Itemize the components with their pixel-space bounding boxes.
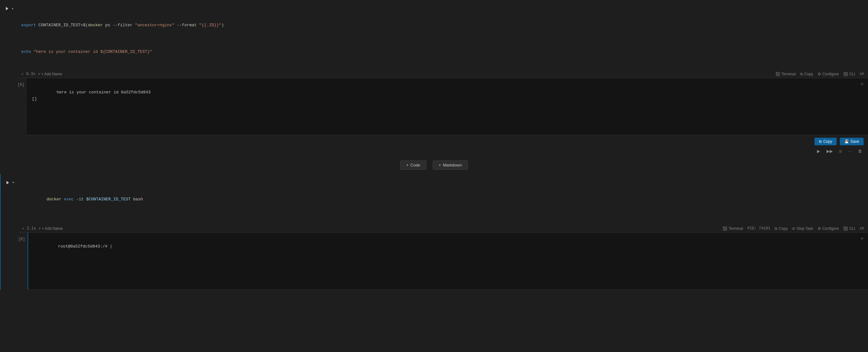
cell-2-toolbar: ✓ 2.1s + + Add Name ⬛ Terminal PID: 7419…	[18, 225, 868, 233]
add-cell-row: + Code + Markdown	[0, 156, 868, 174]
copy-blue-icon: ⧉	[819, 139, 822, 144]
cell-2-terminal-icon: ⬛	[722, 226, 727, 231]
cell-2-check-icon: ✓	[22, 226, 24, 231]
cell-2-gear-icon: ⚙	[818, 226, 821, 231]
add-markdown-plus-icon: +	[439, 163, 441, 167]
cell-1-output-close-button[interactable]: ×	[861, 82, 864, 87]
cell-2-cli-button[interactable]: ⬛ CLI	[843, 226, 855, 231]
cell-2-copy-icon: ⧉	[775, 226, 777, 231]
cell-1-chevron-button[interactable]: ▾	[11, 7, 14, 11]
cell-2-output-row: [8] root@0a52fdc5d843:/# | ×	[18, 233, 868, 290]
cell-1-content: export CONTAINER_ID_TEST=$(docker ps --f…	[18, 0, 868, 135]
cell-1-cli-button[interactable]: ⬛ CLI	[843, 72, 855, 76]
cell-2-code[interactable]: docker exec -it $CONTAINER_ID_TEST bash	[18, 174, 868, 225]
add-markdown-button[interactable]: + Markdown	[433, 160, 468, 170]
save-blue-button[interactable]: 💾 Save	[840, 138, 864, 145]
run-cell-button[interactable]: ▶	[815, 148, 822, 155]
cell-2-chevron-button[interactable]: ▾	[12, 181, 15, 185]
save-blue-label: Save	[850, 139, 859, 144]
more-button[interactable]: ···	[846, 148, 853, 155]
cell-2-run-button[interactable]	[4, 180, 11, 186]
run-all-button[interactable]: ▶▶	[825, 148, 834, 155]
cell-1-code[interactable]: export CONTAINER_ID_TEST=$(docker ps --f…	[18, 0, 868, 71]
cell-2-terminal-button[interactable]: ⬛ Terminal	[722, 226, 743, 231]
cell-1-output-num: [6]	[18, 78, 27, 135]
cell-2-add-name-button[interactable]: + + Add Name	[39, 226, 63, 231]
cell-2-pid-label: PID: 74191	[747, 226, 770, 231]
cell-2-content: docker exec -it $CONTAINER_ID_TEST bash …	[18, 174, 868, 290]
save-blue-icon: 💾	[844, 139, 849, 144]
cell-1-run-button[interactable]	[3, 6, 10, 11]
cell-2: ▾ docker exec -it $CONTAINER_ID_TEST bas…	[0, 174, 868, 290]
cell-2-cli-icon: ⬛	[843, 226, 848, 231]
cell-1-terminal-button[interactable]: ⬛ Terminal	[775, 72, 796, 76]
delete-cell-button[interactable]: 🗑	[856, 148, 864, 155]
gear-icon: ⚙	[818, 72, 821, 76]
cell-2-output-num: [8]	[18, 233, 28, 290]
cell-1-check-icon: ✓	[21, 71, 24, 76]
add-code-button[interactable]: + Code	[400, 160, 426, 170]
cell-1-copy-button[interactable]: ⧉ Copy	[800, 72, 813, 76]
cell-2-toolbar-right: ⬛ Terminal PID: 74191 ⧉ Copy ⊘ Stop Task…	[722, 226, 864, 231]
cell-2-time: 2.1s	[27, 226, 36, 231]
cell-1-add-name-button[interactable]: + + Add Name	[38, 72, 62, 76]
cell-2-stop-icon: ⊘	[792, 226, 795, 231]
cell-1-time: 0.3s	[26, 72, 35, 76]
cell-actions-row: ▶ ▶▶ ⧈ ··· 🗑	[0, 147, 868, 156]
notebook: ▾ export CONTAINER_ID_TEST=$(docker ps -…	[0, 0, 868, 290]
cell-2-sh-label: sh	[860, 226, 864, 231]
code-line-2: echo "here is your container id ${CONTAI…	[21, 49, 863, 55]
cell-2-output-text: root@0a52fdc5d843:/# |	[58, 244, 113, 249]
copy-save-row: ⧉ Copy 💾 Save	[0, 135, 868, 147]
cell-1-sh-label: sh	[860, 72, 864, 76]
cli-icon: ⬛	[843, 72, 848, 76]
add-code-plus-icon: +	[406, 163, 409, 167]
cell-1-add-name-label: + Add Name	[41, 72, 62, 76]
cell-2-output-close-button[interactable]: ×	[861, 236, 864, 242]
cell-2-add-name-label: + Add Name	[42, 226, 63, 231]
cell-2-copy-button[interactable]: ⧉ Copy	[775, 226, 787, 231]
terminal-icon: ⬛	[775, 72, 780, 76]
cell-1-output: here is your container id 0a52fdc5d843 […	[27, 78, 868, 135]
cell-1-toolbar: ✓ 0.3s + + Add Name ⬛ Terminal ⧉ Copy	[18, 71, 868, 78]
cell-2-configure-button[interactable]: ⚙ Configure	[818, 226, 839, 231]
split-button[interactable]: ⧈	[838, 148, 843, 155]
add-name-plus-icon: +	[38, 72, 40, 76]
cell-2-stop-button[interactable]: ⊘ Stop Task	[792, 226, 813, 231]
cell-2-output: root@0a52fdc5d843:/# | ×	[28, 233, 868, 290]
copy-blue-button[interactable]: ⧉ Copy	[814, 138, 837, 145]
add-code-label: Code	[410, 163, 420, 167]
cell-2-code-line-1: docker exec -it $CONTAINER_ID_TEST bash	[22, 190, 863, 210]
cell-1-output-text: here is your container id 0a52fdc5d843 […	[32, 90, 151, 101]
cell-1-output-row: [6] here is your container id 0a52fdc5d8…	[18, 78, 868, 135]
kw-export: export	[21, 23, 36, 28]
cell-1-toolbar-right: ⬛ Terminal ⧉ Copy ⚙ Configure ⬛ CLI	[775, 72, 865, 76]
cell-1-configure-button[interactable]: ⚙ Configure	[818, 72, 839, 76]
add-name-2-plus-icon: +	[39, 226, 41, 231]
cell-2-gutter: ▾	[1, 174, 18, 290]
svg-marker-0	[6, 7, 8, 10]
cell-1-gutter: ▾	[0, 0, 18, 135]
copy-blue-label: Copy	[823, 139, 832, 144]
svg-marker-1	[7, 181, 9, 185]
add-markdown-label: Markdown	[443, 163, 462, 167]
copy-icon: ⧉	[800, 72, 803, 76]
code-line-1: export CONTAINER_ID_TEST=$(docker ps --f…	[21, 22, 863, 29]
cell-1: ▾ export CONTAINER_ID_TEST=$(docker ps -…	[0, 0, 868, 135]
